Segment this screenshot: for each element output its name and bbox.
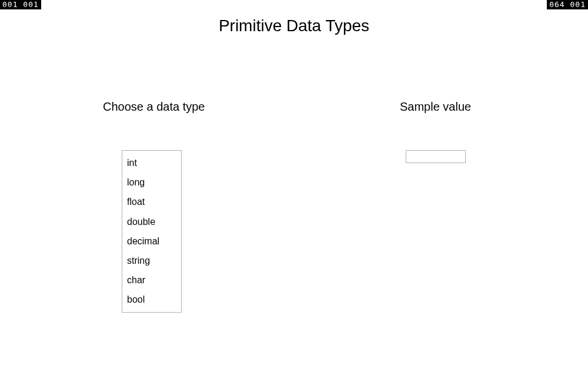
sample-value-label: Sample value [400, 100, 553, 114]
page-title: Primitive Data Types [0, 16, 588, 35]
sample-value-input[interactable] [406, 150, 466, 163]
right-column: Sample value [400, 100, 553, 313]
list-item[interactable]: float [122, 192, 181, 211]
list-item[interactable]: bool [122, 290, 181, 309]
content-columns: Choose a data type int long float double… [0, 100, 588, 313]
list-item[interactable]: string [122, 251, 181, 270]
data-type-listbox[interactable]: int long float double decimal string cha… [122, 150, 182, 313]
corner-badge-top-right: 064 001 [547, 0, 588, 9]
list-item[interactable]: decimal [122, 231, 181, 251]
list-item[interactable]: int [122, 153, 181, 173]
corner-badge-top-left: 001 001 [0, 0, 41, 9]
choose-type-label: Choose a data type [103, 100, 279, 114]
list-item[interactable]: char [122, 270, 181, 290]
list-item[interactable]: long [122, 173, 181, 192]
list-item[interactable]: double [122, 212, 181, 231]
left-column: Choose a data type int long float double… [103, 100, 279, 313]
